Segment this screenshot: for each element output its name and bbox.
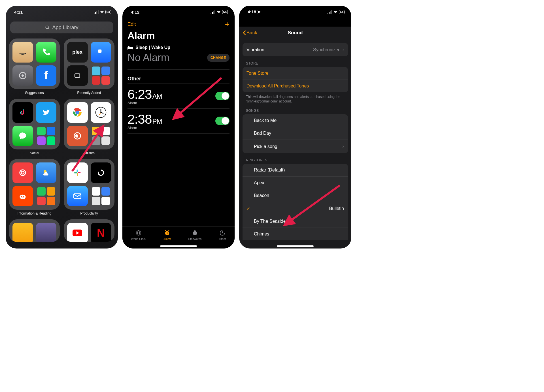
home-indicator[interactable] xyxy=(277,245,314,247)
alarm-toggle[interactable] xyxy=(215,117,230,125)
vibration-cell[interactable]: Vibration Synchronized› xyxy=(243,43,348,56)
ringtone-label: Radar (Default) xyxy=(254,168,285,173)
app-clock[interactable] xyxy=(91,102,111,123)
back-button[interactable]: Back xyxy=(243,30,257,36)
edit-button[interactable]: Edit xyxy=(128,22,136,27)
app-twitter[interactable] xyxy=(36,102,57,123)
svg-point-16 xyxy=(21,171,24,174)
wifi-icon xyxy=(100,10,104,14)
folder-mini-grid[interactable] xyxy=(36,126,57,146)
folder-mini-grid[interactable] xyxy=(91,126,111,146)
alarm-row[interactable]: 2:38PM Alarm xyxy=(128,108,230,134)
song-label: Pick a song xyxy=(254,144,277,149)
folder-social[interactable] xyxy=(9,99,60,149)
folder-mini-grid[interactable] xyxy=(36,186,57,207)
app-settings[interactable] xyxy=(12,65,33,86)
battery-icon: 64 xyxy=(339,10,345,14)
app-duckduckgo[interactable] xyxy=(67,126,88,146)
pick-song-cell[interactable]: Pick a song› xyxy=(243,140,348,153)
status-time: 4:11 xyxy=(14,10,23,14)
status-bar: 4:18 ➤ 64 xyxy=(239,6,351,18)
app-weather[interactable] xyxy=(36,162,57,183)
battery-icon: 64 xyxy=(105,10,111,14)
folder-suggestions[interactable]: f xyxy=(9,38,60,89)
app-phone[interactable] xyxy=(36,42,57,63)
vibration-label: Vibration xyxy=(246,47,264,52)
ringtone-cell-selected[interactable]: ✓Bulletin xyxy=(243,202,348,215)
folder-partial[interactable] xyxy=(9,219,60,242)
folder-productivity[interactable] xyxy=(64,159,114,210)
ringtone-cell[interactable]: Chimes xyxy=(243,228,348,240)
svg-point-18 xyxy=(20,194,26,199)
download-tones-cell[interactable]: Download All Purchased Tones xyxy=(243,80,348,92)
tab-stopwatch[interactable]: Stopwatch xyxy=(188,230,202,241)
folder-mini-grid[interactable] xyxy=(91,65,111,86)
change-button[interactable]: CHANGE xyxy=(207,54,230,62)
location-icon: ➤ xyxy=(257,9,261,14)
folder-recently-added[interactable]: plex xyxy=(64,38,114,89)
svg-rect-22 xyxy=(74,172,77,173)
tab-timer[interactable]: Timer xyxy=(219,230,226,241)
alarm-row[interactable]: 6:23AM Alarm xyxy=(128,83,230,108)
tab-label: Alarm xyxy=(163,237,171,241)
ringtone-cell[interactable]: Apex xyxy=(243,176,348,189)
screen-alarm: 4:12 64 Edit + Alarm Sleep | Wake Up No … xyxy=(122,6,235,249)
app-generic-black[interactable] xyxy=(91,162,111,183)
svg-rect-32 xyxy=(133,48,133,50)
ringtone-cell[interactable]: Beacon xyxy=(243,189,348,202)
alarm-icon xyxy=(164,230,171,236)
svg-rect-23 xyxy=(77,173,78,176)
app-tiktok[interactable] xyxy=(12,102,33,123)
chevron-right-icon: › xyxy=(342,143,344,149)
folder-utilities[interactable] xyxy=(64,99,114,149)
app-amazon[interactable] xyxy=(12,42,33,63)
app-generic-blue[interactable] xyxy=(91,42,111,63)
folder-mini-grid[interactable] xyxy=(91,186,111,207)
ringtone-cell[interactable]: By The Seaside xyxy=(243,215,348,228)
app-netflix[interactable]: N xyxy=(91,223,111,242)
timer-icon xyxy=(219,230,226,236)
svg-point-15 xyxy=(20,170,26,175)
ringtones-header: RINGTONES xyxy=(239,153,351,164)
app-game-1[interactable] xyxy=(12,223,33,242)
search-placeholder: App Library xyxy=(52,25,78,31)
tone-store-cell[interactable]: Tone Store xyxy=(243,67,348,80)
app-reddit[interactable] xyxy=(12,186,33,207)
song-cell[interactable]: Bad Day xyxy=(243,127,348,140)
tab-world-clock[interactable]: World Clock xyxy=(131,230,146,241)
song-cell[interactable]: Back to Me xyxy=(243,114,348,127)
no-alarm-text: No Alarm xyxy=(128,52,169,64)
wifi-icon xyxy=(333,10,338,14)
tab-alarm[interactable]: Alarm xyxy=(163,230,171,241)
search-bar[interactable]: App Library xyxy=(10,22,113,33)
svg-rect-30 xyxy=(128,46,129,47)
folder-grid: f Suggestions plex Recently Added xyxy=(6,38,118,242)
add-alarm-button[interactable]: + xyxy=(225,20,230,29)
nav-title: Sound xyxy=(288,30,303,36)
svg-line-37 xyxy=(165,230,166,231)
status-bar: 4:12 64 xyxy=(122,6,235,18)
app-youtube[interactable] xyxy=(67,223,88,242)
app-pocketcasts[interactable] xyxy=(12,162,33,183)
folder-partial[interactable]: N xyxy=(64,219,114,242)
cellular-icon xyxy=(94,10,99,14)
app-chrome[interactable] xyxy=(67,102,88,123)
app-capcut[interactable] xyxy=(67,65,88,86)
song-label: Bad Day xyxy=(254,131,271,136)
app-facebook[interactable]: f xyxy=(36,65,57,86)
ringtone-cell[interactable]: Radar (Default) xyxy=(243,164,348,176)
home-indicator[interactable] xyxy=(160,245,197,247)
screen-app-library: 4:11 64 App Library f Suggestions plex xyxy=(6,6,118,249)
svg-rect-21 xyxy=(77,170,78,172)
app-slack[interactable] xyxy=(67,162,88,183)
app-mail[interactable] xyxy=(67,186,88,207)
svg-rect-5 xyxy=(75,74,80,78)
app-messages[interactable] xyxy=(12,126,33,146)
alarm-toggle[interactable] xyxy=(215,92,230,100)
folder-label: Information & Reading xyxy=(9,211,60,215)
songs-group: Back to Me Bad Day Pick a song› xyxy=(243,114,348,153)
checkmark-icon: ✓ xyxy=(246,206,253,211)
app-game-2[interactable] xyxy=(36,223,57,242)
app-plex[interactable]: plex xyxy=(67,42,88,63)
folder-info-reading[interactable] xyxy=(9,159,60,210)
